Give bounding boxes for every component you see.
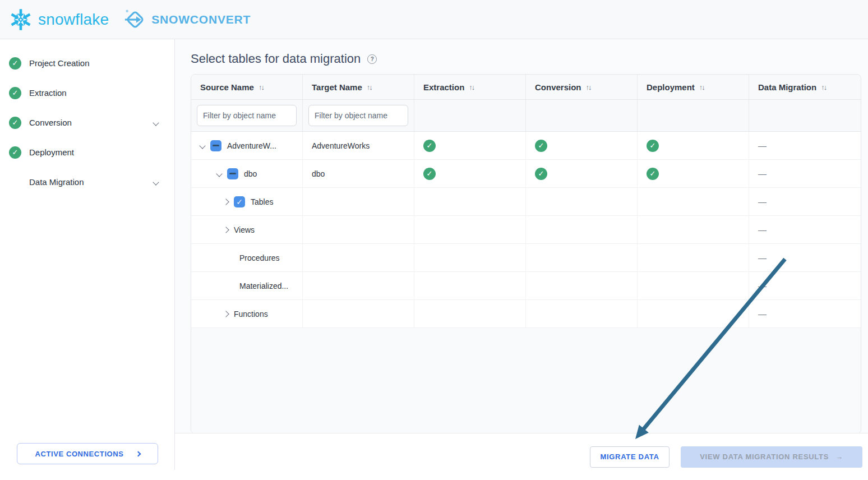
source-filter-input[interactable]	[197, 105, 297, 126]
cell-deployment	[638, 216, 749, 243]
sort-icon[interactable]: ↑↓	[367, 83, 372, 91]
filter-cell	[414, 100, 526, 131]
cell-source-name: AdventureW...	[191, 132, 303, 159]
sidebar-item-deployment[interactable]: ✓Deployment	[0, 137, 175, 167]
cell-target-name: dbo	[303, 160, 414, 187]
expand-toggle-icon[interactable]	[223, 199, 229, 205]
completed-check-icon: ✓	[9, 87, 21, 99]
chevron-down-icon[interactable]	[153, 179, 159, 185]
cell-extraction: ✓	[414, 132, 526, 159]
page-title: Select tables for data migration	[191, 52, 361, 66]
status-dash: —	[758, 197, 767, 206]
sidebar-item-project-creation[interactable]: ✓Project Creation	[0, 48, 175, 78]
table-row: AdventureW...AdventureWorks✓✓✓—	[191, 132, 861, 160]
status-dash: —	[758, 281, 767, 290]
filter-cell	[303, 100, 414, 131]
table-filter-row	[191, 100, 861, 132]
top-header-bar: snowflake SNOWCONVERT	[0, 0, 868, 39]
sort-icon[interactable]: ↑↓	[469, 83, 474, 91]
collapse-toggle-icon[interactable]	[216, 170, 222, 177]
filter-cell	[638, 100, 749, 131]
table-row: Materialized...—	[191, 272, 861, 300]
indeterminate-checkbox[interactable]	[227, 168, 238, 179]
table-row: Procedures—	[191, 244, 861, 272]
checked-checkbox[interactable]	[234, 196, 245, 207]
source-name-label: Functions	[234, 310, 268, 319]
cell-data-migration: —	[749, 132, 861, 159]
cell-deployment	[638, 244, 749, 271]
cell-extraction	[414, 244, 526, 271]
cell-source-name: Materialized...	[191, 272, 303, 299]
cell-target-name	[303, 216, 414, 243]
help-icon[interactable]: ?	[367, 54, 377, 64]
cell-data-migration: —	[749, 160, 861, 187]
sort-icon[interactable]: ↑↓	[699, 83, 704, 91]
source-name-label: Tables	[251, 197, 273, 206]
cell-source-name: Views	[191, 216, 303, 243]
column-header-label: Deployment	[647, 82, 695, 92]
status-success-icon: ✓	[535, 140, 547, 152]
cell-data-migration: —	[749, 216, 861, 243]
active-connections-label: ACTIVE CONNECTIONS	[35, 450, 123, 458]
sidebar-item-data-migration[interactable]: Data Migration	[0, 167, 175, 197]
sort-icon[interactable]: ↑↓	[258, 83, 264, 91]
column-header-conversion[interactable]: Conversion↑↓	[526, 75, 638, 99]
filter-cell	[191, 100, 303, 131]
chevron-down-icon[interactable]	[153, 119, 159, 126]
filter-cell	[526, 100, 638, 131]
migration-table-card: Source Name↑↓Target Name↑↓Extraction↑↓Co…	[191, 74, 861, 434]
sidebar-item-conversion[interactable]: ✓Conversion	[0, 108, 175, 137]
active-connections-button[interactable]: ACTIVE CONNECTIONS	[17, 443, 158, 464]
table-row: Functions—	[191, 300, 861, 328]
cell-source-name: Functions	[191, 300, 303, 327]
sort-icon[interactable]: ↑↓	[586, 83, 591, 91]
main-scroll-area: Select tables for data migration ? Sourc…	[175, 39, 868, 433]
column-header-label: Conversion	[535, 82, 581, 92]
cell-data-migration: —	[749, 188, 861, 215]
main-panel: Select tables for data migration ? Sourc…	[175, 39, 868, 480]
table-header-row: Source Name↑↓Target Name↑↓Extraction↑↓Co…	[191, 75, 861, 100]
sidebar-item-label: Data Migration	[29, 177, 84, 187]
target-filter-input[interactable]	[308, 105, 408, 126]
sidebar-item-label: Deployment	[29, 147, 74, 157]
completed-check-icon: ✓	[9, 117, 21, 129]
sort-icon[interactable]: ↑↓	[821, 83, 826, 91]
cell-conversion	[526, 244, 638, 271]
expand-toggle-icon[interactable]	[223, 227, 229, 233]
column-header-deployment[interactable]: Deployment↑↓	[638, 75, 749, 99]
migrate-data-button[interactable]: MIGRATE DATA	[590, 446, 670, 468]
snowflake-icon	[8, 7, 34, 33]
source-name-label: Views	[234, 225, 255, 234]
snowflake-logo: snowflake	[8, 7, 109, 33]
cell-target-name	[303, 188, 414, 215]
status-dash: —	[758, 225, 767, 234]
cell-target-name	[303, 244, 414, 271]
column-header-source-name[interactable]: Source Name↑↓	[191, 75, 303, 99]
snowconvert-icon	[123, 8, 147, 31]
status-dash: —	[758, 253, 767, 262]
column-header-label: Target Name	[312, 82, 362, 92]
completed-check-icon: ✓	[9, 146, 21, 159]
indeterminate-checkbox[interactable]	[210, 140, 221, 151]
status-dash: —	[758, 141, 767, 150]
column-header-data-migration[interactable]: Data Migration↑↓	[749, 75, 861, 99]
column-header-target-name[interactable]: Target Name↑↓	[303, 75, 414, 99]
cell-target-name	[303, 272, 414, 299]
sidebar-item-extraction[interactable]: ✓Extraction	[0, 78, 175, 108]
status-success-icon: ✓	[647, 140, 659, 152]
status-success-icon: ✓	[423, 140, 436, 152]
expand-toggle-icon[interactable]	[223, 311, 229, 317]
cell-deployment: ✓	[638, 132, 749, 159]
column-header-label: Source Name	[200, 82, 254, 92]
column-header-extraction[interactable]: Extraction↑↓	[414, 75, 526, 99]
snowflake-wordmark: snowflake	[38, 11, 109, 29]
status-success-icon: ✓	[647, 168, 659, 180]
sidebar-item-label: Extraction	[29, 88, 67, 98]
snowconvert-wordmark: SNOWCONVERT	[151, 13, 251, 26]
column-header-label: Extraction	[423, 82, 464, 92]
steps-sidebar: ✓Project Creation✓Extraction✓Conversion✓…	[0, 39, 175, 480]
source-name-label: dbo	[244, 169, 257, 178]
source-name-label: Procedures	[239, 253, 280, 262]
cell-conversion	[526, 300, 638, 327]
collapse-toggle-icon[interactable]	[199, 142, 205, 149]
